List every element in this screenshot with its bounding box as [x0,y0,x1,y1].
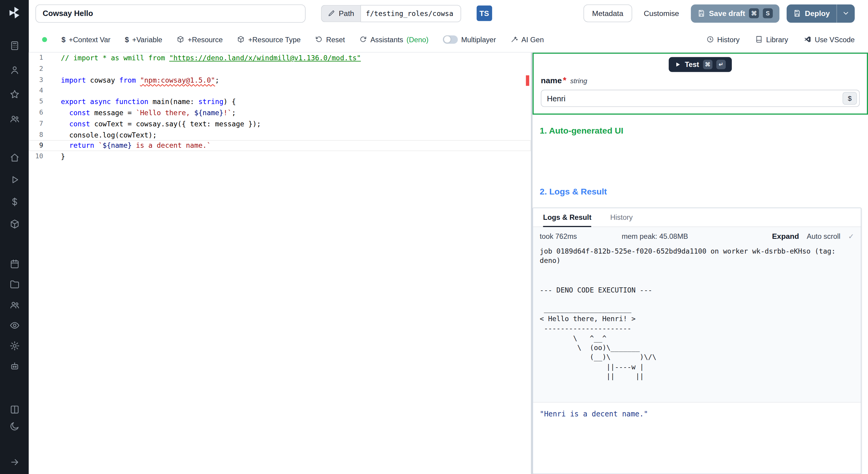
name-field-input[interactable] [541,94,842,102]
workers-icon[interactable] [0,356,29,377]
save-icon [698,9,705,17]
run-stats: took 762ms mem peak: 45.08MB Expand Auto… [533,227,861,245]
path-group: Path [321,5,461,22]
path-input[interactable] [360,5,461,22]
audit-logs-icon[interactable] [0,315,29,335]
kbd-enter: ↵ [716,60,725,69]
code-line: 6 const message = `Hello there, ${name}!… [29,107,531,118]
tab-history[interactable]: History [610,208,632,227]
code-line: 2 [29,64,531,75]
tab-logs-result[interactable]: Logs & Result [543,208,592,227]
status-dot [42,37,47,42]
main-area: Path TS Metadata Customise Save draft ⌘ … [29,0,868,474]
multiplayer-toggle-group: Multiplayer [443,35,496,44]
code-line: 4 [29,86,531,96]
script-name-input[interactable] [36,4,306,23]
history-label: History [717,35,740,44]
assistants-label: Assistants [370,35,403,44]
topbar: Path TS Metadata Customise Save draft ⌘ … [29,0,868,27]
user-icon[interactable] [0,58,29,82]
editor-toolbar: $+Context Var $+Variable +Resource +Reso… [29,27,868,53]
multiplayer-toggle[interactable] [443,35,458,44]
package-icon [237,36,245,43]
library-button[interactable]: Library [755,35,788,44]
add-variable-button[interactable]: $+Variable [125,35,162,44]
vscode-label: Use VScode [815,35,855,44]
star-icon[interactable] [0,82,29,107]
logs-result-heading: 2. Logs & Result [540,187,868,197]
line-number: 10 [29,151,43,162]
multiplayer-label: Multiplayer [461,35,496,44]
run-form: Test ⌘ ↵ name* string $ [532,53,868,115]
edit-path-button[interactable]: Path [321,5,360,22]
use-vscode-button[interactable]: Use VScode [804,35,855,44]
library-label: Library [766,35,788,44]
docs-icon[interactable] [0,401,29,418]
users-icon[interactable] [0,107,29,131]
required-asterisk: * [563,76,566,85]
variable-label: +Variable [132,35,162,44]
metadata-button[interactable]: Metadata [583,4,632,22]
wand-icon [510,36,518,43]
package-icon [177,36,184,43]
right-panel: Test ⌘ ↵ name* string $ 1. Auto-gener [532,53,868,474]
sidebar [0,0,29,474]
folders-icon[interactable] [0,274,29,295]
code-editor[interactable]: 1// import * as wmill from "https://deno… [29,53,531,474]
schedules-icon[interactable] [0,254,29,274]
assistants-button[interactable]: Assistants(Deno) [359,35,429,44]
code-line: 8 console.log(cowText); [29,129,531,140]
code-line: 7 const cowText = cowsay.say({ text: mes… [29,119,531,129]
path-label: Path [339,9,354,18]
toolbar-right: History Library Use VScode [706,35,855,44]
chevron-down-icon [842,9,850,17]
app: Path TS Metadata Customise Save draft ⌘ … [0,0,868,474]
code-line: 5export async function main(name: string… [29,96,531,107]
field-type: string [570,77,587,85]
code-line: 1// import * as wmill from "https://deno… [29,53,531,63]
logs-panel: Logs & Result History took 762ms mem pea… [532,208,861,474]
history-button[interactable]: History [706,35,740,44]
line-number: 9 [29,140,43,151]
deploy-save-icon [793,9,801,17]
logs-tabs: Logs & Result History [533,208,861,227]
expand-button[interactable]: Expand [772,232,799,241]
line-number: 8 [29,129,43,140]
line-number: 2 [29,64,43,75]
runs-icon[interactable] [0,168,29,190]
save-draft-button[interactable]: Save draft ⌘ S [691,4,779,23]
play-icon [675,61,681,67]
customise-button[interactable]: Customise [639,4,684,22]
groups-icon[interactable] [0,295,29,315]
dark-mode-icon[interactable] [0,418,29,434]
deploy-dropdown-button[interactable] [837,4,855,23]
check-icon: ✓ [848,232,854,241]
line-number: 7 [29,119,43,129]
add-resource-type-button[interactable]: +Resource Type [237,35,301,44]
deploy-button[interactable]: Deploy [786,4,855,23]
test-button[interactable]: Test ⌘ ↵ [669,57,732,72]
mem-peak: mem peak: 45.08MB [622,232,688,241]
windmill-logo-icon[interactable] [0,0,29,25]
field-label: name* string [541,76,860,85]
took-duration: took 762ms [540,232,622,241]
auto-generated-ui-heading: 1. Auto-generated UI [540,126,868,136]
resources-icon[interactable] [0,213,29,235]
variables-icon[interactable] [0,190,29,213]
home-icon[interactable] [0,146,29,168]
add-resource-button[interactable]: +Resource [177,35,223,44]
reset-label: Reset [326,35,345,44]
insert-variable-button[interactable]: $ [843,92,857,105]
code-line: 10} [29,151,531,162]
expand-sidebar-icon[interactable] [0,454,29,470]
autoscroll-toggle[interactable]: Auto scroll [807,232,840,241]
line-number: 4 [29,86,43,96]
clock-icon [706,36,714,43]
dollar-icon: $ [61,35,65,44]
resource-type-label: +Resource Type [248,35,301,44]
ai-gen-button[interactable]: AI Gen [510,35,544,44]
reset-button[interactable]: Reset [315,35,345,44]
add-context-var-button[interactable]: $+Context Var [61,35,111,44]
apps-icon[interactable] [0,33,29,58]
settings-icon[interactable] [0,335,29,356]
